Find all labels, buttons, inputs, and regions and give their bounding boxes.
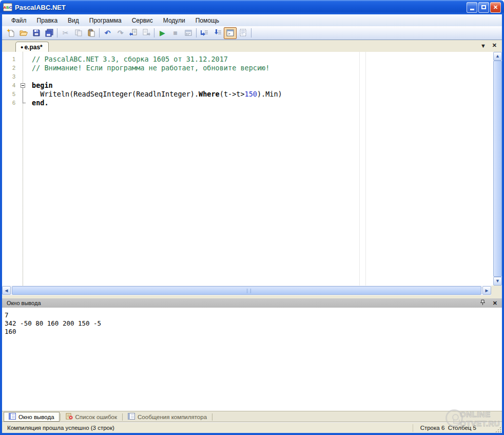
output-line: 7 <box>5 311 502 319</box>
line-number: 3 <box>2 72 20 81</box>
line-number: 4 <box>2 81 20 90</box>
save-all-icon <box>45 29 53 37</box>
scroll-up-button[interactable]: ▲ <box>493 52 502 61</box>
resize-grip[interactable] <box>494 426 501 432</box>
save-file-button[interactable] <box>30 27 43 39</box>
tab-divider <box>60 413 61 421</box>
undo-button[interactable]: ↶ <box>101 27 114 39</box>
bottom-tab-1[interactable]: Окно вывода <box>4 412 60 422</box>
menu-item-3[interactable]: Вид <box>63 16 84 25</box>
code-line[interactable]: 6end. <box>2 99 493 107</box>
output-close-icon[interactable]: ✕ <box>493 300 497 306</box>
code-text: // PascalABC.NET 3.3, сборка 1605 от 31.… <box>32 55 228 64</box>
open-folder-icon <box>20 29 28 37</box>
toolbar-separator <box>154 28 154 37</box>
tab-close-icon[interactable]: ✕ <box>492 42 497 49</box>
console-icon: > <box>226 29 235 37</box>
output-panel-header: Окно вывода ✕ <box>2 298 502 308</box>
output-window[interactable]: 7342 -50 80 160 200 150 -5160 <box>2 308 502 411</box>
fold-margin <box>20 64 32 72</box>
minimize-icon <box>470 9 474 10</box>
copy-button[interactable] <box>72 27 85 39</box>
code-line[interactable]: 4begin <box>2 81 493 90</box>
bottom-tab-2[interactable]: Список ошибок <box>61 412 122 422</box>
line-number: 6 <box>2 99 20 107</box>
save-icon <box>32 29 41 37</box>
bottom-tab-3[interactable]: Сообщения компилятора <box>123 412 211 422</box>
line-number: 1 <box>2 55 20 64</box>
code-line[interactable]: 2// Внимание! Если программа не работает… <box>2 64 493 72</box>
code-line[interactable]: 5 Writeln(ReadSeqInteger(ReadlnInteger).… <box>2 90 493 99</box>
pascalabc-window: АБС PascalABC.NET ✕ ФайлПравкаВидПрограм… <box>0 0 504 435</box>
title-bar: АБС PascalABC.NET ✕ <box>0 0 504 14</box>
window-border-bottom <box>0 433 504 435</box>
menu-item-5[interactable]: Сервис <box>127 16 158 25</box>
scroll-down-button[interactable]: ▼ <box>493 277 502 286</box>
menu-item-6[interactable]: Модули <box>158 16 190 25</box>
run-button[interactable]: ▶ <box>156 27 169 39</box>
step-into-button[interactable] <box>211 27 224 39</box>
code-line[interactable]: 1// PascalABC.NET 3.3, сборка 1605 от 31… <box>2 55 493 64</box>
menu-item-7[interactable]: Помощь <box>190 16 224 25</box>
console-toggle-button[interactable]: > <box>224 27 237 39</box>
error-list-icon <box>66 413 73 421</box>
menu-item-1[interactable]: Файл <box>6 16 32 25</box>
menu-item-4[interactable]: Программа <box>84 16 127 25</box>
goto-forward-button[interactable] <box>140 27 152 39</box>
menu-item-2[interactable]: Правка <box>32 16 63 25</box>
goto-forward-icon <box>142 29 150 37</box>
stop-button[interactable]: ■ <box>169 27 182 39</box>
bottom-tab-label: Сообщения компилятора <box>138 414 207 420</box>
paste-button[interactable] <box>85 27 98 39</box>
horizontal-scroll-thumb[interactable] <box>12 286 481 295</box>
run-icon: ▶ <box>160 28 165 37</box>
output-window-icon <box>9 413 16 421</box>
step-over-button[interactable] <box>198 27 211 39</box>
window-border-right <box>502 14 504 435</box>
save-all-button[interactable] <box>43 27 55 39</box>
toolbar: ✂↶↷▶■> <box>2 26 502 40</box>
vertical-scrollbar[interactable]: ▲ ▼ <box>493 52 502 286</box>
format-marks-icon <box>239 29 247 37</box>
special-symbols-button[interactable] <box>237 27 249 39</box>
code-lines: 1// PascalABC.NET 3.3, сборка 1605 от 31… <box>2 55 493 107</box>
scroll-right-button[interactable]: ► <box>482 286 491 295</box>
code-text: end. <box>32 99 49 107</box>
open-file-button[interactable] <box>17 27 30 39</box>
toolbar-separator <box>57 28 57 37</box>
tab-divider <box>212 413 212 421</box>
goto-back-button[interactable] <box>127 27 140 39</box>
fold-line-marker <box>20 90 32 99</box>
fold-margin <box>20 55 32 64</box>
close-button[interactable]: ✕ <box>490 2 501 13</box>
horizontal-scrollbar[interactable]: ◄ ► <box>2 286 491 295</box>
code-text: begin <box>32 81 53 90</box>
fold-minus-marker[interactable] <box>20 81 32 90</box>
new-file-button[interactable] <box>4 27 17 39</box>
output-panel-title: Окно вывода <box>7 300 41 306</box>
redo-icon: ↷ <box>118 28 124 37</box>
scroll-left-button[interactable]: ◄ <box>2 286 11 295</box>
minimize-button[interactable] <box>467 2 477 13</box>
close-icon: ✕ <box>493 4 498 11</box>
document-tab-bar: ● e.pas* ▼ ✕ <box>2 40 502 52</box>
caret-position: Строка 6 Столбец 5 <box>413 424 497 432</box>
scrollbar-corner <box>491 286 502 295</box>
code-text: Writeln(ReadSeqInteger(ReadlnInteger).Wh… <box>32 90 282 99</box>
code-line[interactable]: 3 <box>2 72 493 81</box>
fold-margin <box>20 72 32 81</box>
code-editor[interactable]: 1// PascalABC.NET 3.3, сборка 1605 от 31… <box>2 52 502 286</box>
modified-dot: ● <box>21 45 23 50</box>
vertical-scroll-thumb[interactable] <box>493 61 502 277</box>
pin-icon[interactable] <box>480 299 486 307</box>
stop-icon: ■ <box>173 28 177 37</box>
code-pane[interactable]: 1// PascalABC.NET 3.3, сборка 1605 от 31… <box>2 52 493 286</box>
maximize-button[interactable] <box>478 2 489 13</box>
tab-list-dropdown-icon[interactable]: ▼ <box>480 43 486 49</box>
toolbar-separator <box>251 28 251 37</box>
cut-button[interactable]: ✂ <box>59 27 72 39</box>
tab-e-pas[interactable]: ● e.pas* <box>15 42 49 52</box>
run-detached-button[interactable] <box>182 27 195 39</box>
redo-button[interactable]: ↷ <box>114 27 127 39</box>
step-into-icon <box>214 29 222 37</box>
